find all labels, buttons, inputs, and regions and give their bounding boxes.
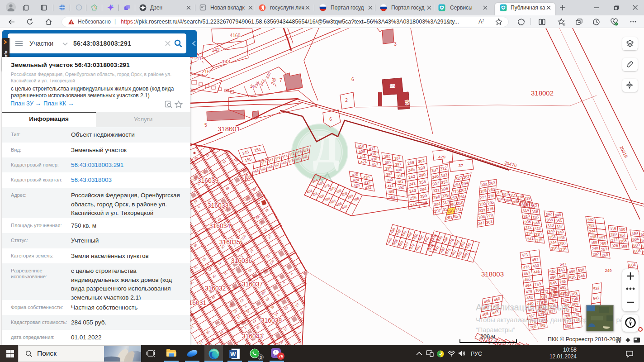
svg-text:429: 429 (438, 154, 445, 159)
svg-text:512: 512 (641, 238, 644, 243)
svg-text:355: 355 (558, 235, 565, 240)
svg-text:324: 324 (495, 191, 502, 195)
svg-text:249: 249 (605, 268, 611, 273)
svg-text:358: 358 (591, 240, 598, 245)
svg-text:346: 346 (548, 229, 555, 234)
svg-text:319: 319 (524, 196, 531, 201)
svg-text:412: 412 (387, 183, 394, 188)
svg-text:4160: 4160 (230, 33, 241, 38)
svg-text:318002: 318002 (531, 89, 554, 97)
svg-text:390: 390 (387, 177, 393, 182)
svg-text:257: 257 (599, 235, 606, 241)
svg-text:311: 311 (510, 193, 516, 198)
svg-text:323: 323 (534, 226, 541, 231)
svg-text:318001: 318001 (218, 125, 240, 133)
svg-text:336: 336 (560, 246, 567, 252)
svg-text:2: 2 (345, 98, 348, 103)
svg-text:298: 298 (590, 234, 597, 240)
svg-text:316033: 316033 (208, 202, 229, 209)
svg-text:360: 360 (587, 217, 594, 222)
svg-text:272: 272 (611, 237, 618, 243)
svg-text:23: 23 (390, 84, 395, 88)
svg-text:343: 343 (547, 223, 554, 228)
svg-text:515: 515 (640, 232, 644, 237)
svg-text:547: 547 (559, 262, 566, 267)
svg-text:5: 5 (204, 122, 207, 128)
svg-text:286: 286 (497, 197, 504, 202)
svg-text:351: 351 (555, 218, 563, 224)
svg-text:143: 143 (222, 59, 230, 64)
svg-text:354: 354 (546, 217, 554, 223)
svg-text:320: 320 (535, 232, 542, 237)
svg-text:316035: 316035 (219, 238, 241, 246)
svg-text:6: 6 (329, 117, 332, 122)
svg-text:342: 342 (545, 211, 553, 217)
svg-text:305: 305 (512, 200, 519, 205)
svg-text:386: 386 (396, 173, 403, 178)
svg-text:318: 318 (502, 192, 509, 197)
svg-text:315: 315 (536, 237, 543, 243)
svg-text:348: 348 (554, 212, 562, 218)
svg-text:404: 404 (396, 167, 402, 172)
svg-text:3: 3 (394, 42, 397, 47)
svg-text:388: 388 (388, 189, 395, 194)
svg-text:252: 252 (588, 223, 595, 228)
svg-text:316043: 316043 (242, 333, 263, 340)
svg-text:387: 387 (394, 156, 401, 161)
svg-text:258: 258 (600, 241, 607, 246)
svg-text:393: 393 (386, 171, 393, 176)
svg-text:504: 504 (632, 237, 639, 242)
svg-text:381: 381 (397, 179, 404, 184)
svg-text:353: 353 (549, 234, 556, 239)
svg-text:421: 421 (360, 159, 367, 165)
svg-text:322: 322 (525, 225, 532, 230)
svg-text:308: 308 (524, 219, 531, 224)
svg-text:7: 7 (279, 77, 282, 83)
svg-text:361: 361 (619, 233, 626, 238)
svg-text:37: 37 (459, 163, 464, 168)
svg-text:506: 506 (642, 243, 644, 249)
svg-text:356: 356 (551, 245, 558, 251)
svg-text:292: 292 (592, 252, 600, 257)
svg-text:318003: 318003 (481, 270, 504, 278)
svg-text:244: 244 (589, 229, 596, 234)
svg-text:316034: 316034 (209, 222, 231, 229)
svg-text:425: 425 (353, 182, 360, 188)
svg-text:391: 391 (395, 162, 402, 167)
svg-text:316037: 316037 (242, 281, 263, 288)
svg-text:316038: 316038 (261, 317, 282, 324)
svg-text:300: 300 (619, 227, 626, 232)
svg-text:289: 289 (610, 232, 617, 237)
svg-text:Актуализация данных: Актуализация данных (476, 302, 568, 312)
svg-text:344: 344 (550, 240, 557, 245)
svg-text:216: 216 (202, 69, 210, 74)
svg-text:413: 413 (371, 162, 379, 167)
svg-text:395: 395 (385, 166, 392, 171)
svg-text:264: 264 (505, 198, 511, 203)
svg-text:509: 509 (633, 243, 640, 248)
svg-text:349: 349 (557, 229, 564, 235)
svg-text:352: 352 (530, 203, 538, 209)
svg-text:316036: 316036 (231, 257, 252, 264)
svg-text:345: 345 (533, 220, 540, 226)
svg-text:350: 350 (559, 241, 566, 246)
svg-text:339: 339 (531, 209, 539, 214)
svg-text:248: 248 (592, 246, 599, 251)
svg-text:310: 310 (523, 214, 530, 219)
svg-text:316: 316 (610, 226, 617, 231)
svg-text:253: 253 (601, 247, 608, 252)
svg-text:359: 359 (620, 244, 628, 249)
svg-text:142: 142 (212, 47, 220, 52)
svg-text:383: 383 (388, 195, 395, 200)
svg-text:309: 309 (521, 202, 529, 208)
svg-text:347: 347 (556, 224, 564, 229)
svg-text:508: 508 (634, 248, 641, 254)
svg-text:385: 385 (384, 160, 391, 165)
svg-text:326: 326 (611, 243, 619, 248)
svg-text:422: 422 (365, 185, 372, 190)
svg-text:334: 334 (526, 230, 533, 236)
svg-text:260: 260 (601, 252, 609, 258)
svg-text:316032: 316032 (205, 285, 226, 292)
svg-text:392: 392 (398, 185, 404, 190)
svg-text:338: 338 (517, 195, 524, 200)
